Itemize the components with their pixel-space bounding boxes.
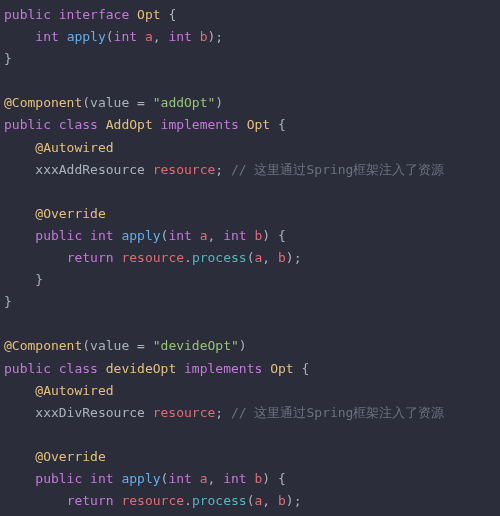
punct: , bbox=[208, 228, 224, 243]
code-line: @Component(value = "addOpt") bbox=[4, 95, 223, 110]
keyword: interface bbox=[59, 7, 129, 22]
annotation-param: value bbox=[90, 338, 129, 353]
annotation: @Component bbox=[4, 338, 82, 353]
punct: ( bbox=[247, 493, 255, 508]
keyword: return bbox=[67, 493, 114, 508]
code-line: public class devideOpt implements Opt { bbox=[4, 361, 309, 376]
indent bbox=[4, 493, 67, 508]
punct: { bbox=[161, 7, 177, 22]
code-line: public interface Opt { bbox=[4, 7, 176, 22]
keyword: int bbox=[223, 471, 246, 486]
indent bbox=[4, 471, 35, 486]
keyword: implements bbox=[184, 361, 262, 376]
indent bbox=[4, 383, 35, 398]
code-line: public class AddOpt implements Opt { bbox=[4, 117, 286, 132]
code-line: xxxDivResource resource; // 这里通过Spring框架… bbox=[4, 405, 444, 420]
annotation: @Component bbox=[4, 95, 82, 110]
punct: = bbox=[129, 95, 152, 110]
code-line: } bbox=[4, 294, 12, 309]
annotation: @Autowired bbox=[35, 383, 113, 398]
comment: // 这里通过Spring框架注入了资源 bbox=[231, 405, 444, 420]
method-name: apply bbox=[67, 29, 106, 44]
keyword: return bbox=[67, 250, 114, 265]
type: xxxAddResource bbox=[35, 162, 145, 177]
punct: , bbox=[262, 250, 278, 265]
param: a bbox=[200, 228, 208, 243]
type: Opt bbox=[137, 7, 160, 22]
indent bbox=[4, 140, 35, 155]
punct: } bbox=[35, 272, 43, 287]
keyword: int bbox=[168, 471, 191, 486]
keyword: public bbox=[4, 361, 51, 376]
keyword: public bbox=[35, 228, 82, 243]
type: Opt bbox=[247, 117, 270, 132]
param: b bbox=[278, 493, 286, 508]
punct: , bbox=[262, 493, 278, 508]
punct: } bbox=[4, 51, 12, 66]
code-line: return resource.process(a, b); bbox=[4, 493, 301, 508]
code-line: xxxAddResource resource; // 这里通过Spring框架… bbox=[4, 162, 444, 177]
code-line: @Autowired bbox=[4, 140, 114, 155]
keyword: public bbox=[35, 471, 82, 486]
punct: ); bbox=[286, 493, 302, 508]
code-line: int apply(int a, int b); bbox=[4, 29, 223, 44]
method-call: process bbox=[192, 493, 247, 508]
punct: ; bbox=[215, 162, 231, 177]
indent bbox=[4, 29, 35, 44]
method-name: apply bbox=[121, 471, 160, 486]
code-line: @Override bbox=[4, 206, 106, 221]
keyword: int bbox=[114, 29, 137, 44]
code-line: } bbox=[4, 51, 12, 66]
punct: ) { bbox=[262, 471, 285, 486]
indent bbox=[4, 272, 35, 287]
punct: ); bbox=[208, 29, 224, 44]
keyword: public bbox=[4, 7, 51, 22]
type: AddOpt bbox=[106, 117, 153, 132]
keyword: int bbox=[90, 471, 113, 486]
punct: . bbox=[184, 493, 192, 508]
type: xxxDivResource bbox=[35, 405, 145, 420]
keyword: int bbox=[35, 29, 58, 44]
punct: . bbox=[184, 250, 192, 265]
code-line: } bbox=[4, 272, 43, 287]
field: resource bbox=[121, 493, 184, 508]
type: devideOpt bbox=[106, 361, 176, 376]
punct: } bbox=[4, 294, 12, 309]
method-call: process bbox=[192, 250, 247, 265]
field: resource bbox=[153, 162, 216, 177]
string: "addOpt" bbox=[153, 95, 216, 110]
annotation: @Autowired bbox=[35, 140, 113, 155]
code-line: @Override bbox=[4, 449, 106, 464]
punct: ( bbox=[247, 250, 255, 265]
punct: ( bbox=[82, 338, 90, 353]
annotation-param: value bbox=[90, 95, 129, 110]
annotation: @Override bbox=[35, 206, 105, 221]
indent bbox=[4, 162, 35, 177]
punct: = bbox=[129, 338, 152, 353]
punct: ) bbox=[239, 338, 247, 353]
code-line: public int apply(int a, int b) { bbox=[4, 471, 286, 486]
keyword: public bbox=[4, 117, 51, 132]
field: resource bbox=[153, 405, 216, 420]
code-line: public int apply(int a, int b) { bbox=[4, 228, 286, 243]
param: b bbox=[278, 250, 286, 265]
string: "devideOpt" bbox=[153, 338, 239, 353]
code-line: return resource.process(a, b); bbox=[4, 250, 301, 265]
indent bbox=[4, 228, 35, 243]
punct: { bbox=[294, 361, 310, 376]
code-line: @Component(value = "devideOpt") bbox=[4, 338, 247, 353]
indent bbox=[4, 405, 35, 420]
indent bbox=[4, 449, 35, 464]
keyword: int bbox=[90, 228, 113, 243]
punct: ); bbox=[286, 250, 302, 265]
field: resource bbox=[121, 250, 184, 265]
keyword: int bbox=[168, 228, 191, 243]
punct: ; bbox=[215, 405, 231, 420]
punct: ) bbox=[215, 95, 223, 110]
punct: , bbox=[153, 29, 169, 44]
punct: { bbox=[270, 117, 286, 132]
param: a bbox=[145, 29, 153, 44]
keyword: class bbox=[59, 117, 98, 132]
param: a bbox=[200, 471, 208, 486]
keyword: int bbox=[168, 29, 191, 44]
